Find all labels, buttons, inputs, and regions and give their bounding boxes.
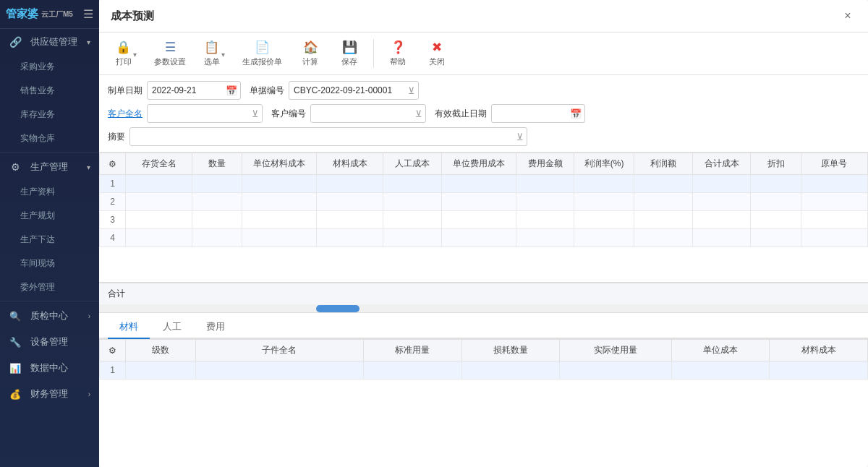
table-cell[interactable] [242,211,317,229]
sidebar-item-prod-issue[interactable]: 生产下达 [0,228,99,252]
table-cell[interactable] [516,193,574,211]
table-cell[interactable] [692,193,751,211]
summary-filter-icon[interactable]: ⊻ [516,132,524,142]
table-cell[interactable] [442,193,516,211]
table-cell[interactable] [634,229,693,247]
table-cell[interactable] [634,175,693,193]
table-cell[interactable] [574,193,634,211]
customer-input[interactable] [147,104,263,123]
sidebar-item-inventory[interactable]: 库存业务 [0,103,99,127]
table-cell[interactable] [317,211,383,229]
close-dialog-button[interactable]: ✖ 关闭 [419,37,455,70]
table-cell[interactable] [126,193,192,211]
table-cell[interactable] [516,229,574,247]
table-cell[interactable] [560,361,672,380]
table-cell[interactable] [192,193,242,211]
table-cell[interactable] [126,361,196,380]
table-cell[interactable] [383,211,442,229]
filter-icon[interactable]: ⊻ [408,85,415,96]
table-cell[interactable] [192,229,242,247]
table-cell[interactable] [126,229,192,247]
customer-filter-icon[interactable]: ⊻ [252,108,259,119]
sidebar-item-outsource[interactable]: 委外管理 [0,275,99,299]
table-row[interactable]: 1 [100,175,868,193]
table-cell[interactable] [317,193,383,211]
table-cell[interactable] [671,361,770,380]
table-cell[interactable] [383,229,442,247]
table-cell[interactable] [383,175,442,193]
sidebar-item-prod-material[interactable]: 生产资料 [0,180,99,204]
table-row[interactable]: 3 [100,211,868,229]
table-cell[interactable] [242,193,317,211]
table-cell[interactable] [770,361,868,380]
table-cell[interactable] [461,361,560,380]
table-cell[interactable] [383,193,442,211]
sidebar-item-prod-plan[interactable]: 生产规划 [0,204,99,228]
table-cell[interactable] [801,229,867,247]
sidebar-item-production[interactable]: ⚙ 生产管理 ▾ [0,154,99,180]
gen-quote-button[interactable]: 📄 生成报价单 [235,37,289,70]
sidebar-item-equipment[interactable]: 🔧 设备管理 [0,329,99,355]
sidebar-item-warehouse[interactable]: 实物仓库 [0,127,99,150]
customerid-filter-icon[interactable]: ⊻ [415,108,422,119]
print-button[interactable]: 🔒 打印 ▾ [108,37,144,70]
horizontal-scrollbar[interactable] [99,304,868,313]
table-cell[interactable] [801,193,867,211]
table-cell[interactable] [751,211,801,229]
summary-input[interactable] [129,127,527,146]
sidebar-item-sales[interactable]: 销售业务 [0,79,99,103]
table-cell[interactable] [634,211,693,229]
table-cell[interactable] [692,211,751,229]
table-cell[interactable] [801,211,867,229]
save-button[interactable]: 💾 保存 [331,37,367,70]
sidebar-item-purchase[interactable]: 采购业务 [0,55,99,79]
table-settings-icon[interactable]: ⚙ [109,159,116,169]
table-cell[interactable] [692,175,751,193]
table-row[interactable]: 1 [100,361,868,380]
menu-toggle-icon[interactable]: ☰ [83,7,93,21]
settings-col-header[interactable]: ⚙ [100,153,126,175]
sidebar-item-finance[interactable]: 💰 财务管理 › [0,381,99,407]
help-button[interactable]: ❓ 帮助 [380,37,416,70]
calendar-icon[interactable]: 📅 [226,85,237,96]
bottom-table-settings-icon[interactable]: ⚙ [109,346,116,356]
customer-label[interactable]: 客户全名 [108,108,142,120]
table-cell[interactable] [317,175,383,193]
select-button[interactable]: 📋 选单 ▾ [196,37,232,70]
table-cell[interactable] [192,211,242,229]
table-cell[interactable] [574,211,634,229]
table-cell[interactable] [516,175,574,193]
table-cell[interactable] [574,229,634,247]
table-cell[interactable] [516,211,574,229]
table-cell[interactable] [192,175,242,193]
table-cell[interactable] [242,175,317,193]
tab-material[interactable]: 材料 [108,316,150,339]
customer-id-input[interactable] [310,104,426,123]
table-cell[interactable] [751,229,801,247]
params-button[interactable]: ☰ 参数设置 [147,37,193,70]
table-cell[interactable] [751,175,801,193]
table-cell[interactable] [364,361,462,380]
scrollbar-thumb[interactable] [316,305,359,312]
table-cell[interactable] [634,193,693,211]
tab-labor[interactable]: 人工 [151,316,193,339]
table-cell[interactable] [692,229,751,247]
table-cell[interactable] [801,175,867,193]
table-cell[interactable] [751,193,801,211]
table-cell[interactable] [317,229,383,247]
table-row[interactable]: 2 [100,193,868,211]
table-cell[interactable] [442,211,516,229]
tab-fee[interactable]: 费用 [195,316,237,339]
table-cell[interactable] [195,361,363,380]
table-cell[interactable] [242,229,317,247]
table-cell[interactable] [574,175,634,193]
table-row[interactable]: 4 [100,229,868,247]
table-cell[interactable] [126,211,192,229]
bottom-settings-col-header[interactable]: ⚙ [100,340,126,361]
table-cell[interactable] [126,175,192,193]
table-cell[interactable] [442,175,516,193]
calc-button[interactable]: 🏠 计算 [292,37,328,70]
close-icon[interactable]: × [839,7,856,25]
sidebar-item-supply-chain[interactable]: 🔗 供应链管理 ▾ [0,29,99,55]
table-cell[interactable] [442,229,516,247]
